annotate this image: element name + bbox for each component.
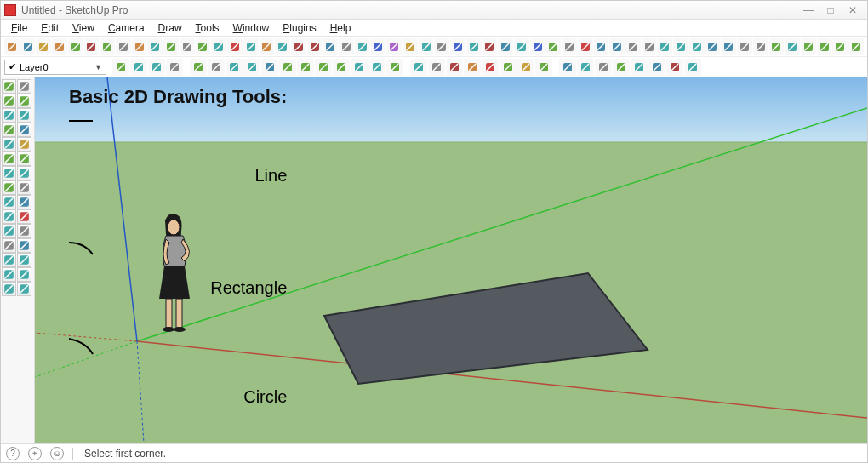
scale-icon[interactable] [180, 38, 195, 55]
feet-tool-icon[interactable] [17, 282, 31, 296]
shadows-icon[interactable] [483, 38, 498, 55]
green1-icon[interactable] [801, 38, 816, 55]
minimize-button[interactable]: — [797, 4, 819, 16]
zoom-window-icon[interactable] [371, 38, 386, 55]
diamond-icon[interactable] [666, 59, 683, 76]
plant1-icon[interactable] [817, 38, 832, 55]
text-tool-icon[interactable] [2, 209, 16, 224]
shade3-icon[interactable] [315, 59, 332, 76]
bucket-tool-icon[interactable] [2, 94, 16, 108]
cube-icon[interactable] [684, 59, 701, 76]
materials-icon[interactable] [464, 59, 481, 76]
circle-tool-icon[interactable] [2, 123, 16, 137]
dimension-icon[interactable] [260, 38, 275, 55]
top-icon[interactable] [609, 38, 625, 55]
next-tool-icon[interactable] [2, 282, 16, 296]
orbit-icon[interactable] [339, 38, 354, 55]
shade2-icon[interactable] [297, 59, 314, 76]
3d-text-icon[interactable] [291, 38, 306, 55]
menu-view[interactable]: View [66, 20, 101, 36]
line-tool-icon[interactable] [17, 108, 31, 123]
select-tool-icon[interactable] [2, 79, 16, 94]
look-around-icon[interactable] [450, 38, 465, 55]
spray-icon[interactable] [208, 59, 225, 76]
arc-icon[interactable] [20, 38, 36, 55]
book-icon[interactable] [631, 59, 648, 76]
redo-icon[interactable] [243, 59, 260, 76]
minus-icon[interactable] [428, 59, 445, 76]
walk-icon[interactable] [466, 38, 482, 55]
shade1-icon[interactable] [279, 59, 296, 76]
push-tool-icon[interactable] [17, 166, 31, 180]
help-icon[interactable]: ? [6, 447, 20, 460]
rotate-tool-icon[interactable] [2, 180, 16, 195]
line-tool-icon[interactable] [4, 38, 20, 55]
position-camera-icon[interactable] [434, 38, 449, 55]
right-icon[interactable] [642, 38, 657, 55]
viewport[interactable]: Basic 2D Drawing Tools: Line Rectangle C… [35, 77, 867, 443]
move-tool-icon[interactable] [2, 166, 16, 180]
delete-icon[interactable] [613, 59, 630, 76]
offset-icon[interactable] [196, 38, 211, 55]
move-icon[interactable] [147, 38, 163, 55]
zoom-extents-icon[interactable] [386, 38, 402, 55]
plant2-icon[interactable] [832, 38, 848, 55]
layer-selector[interactable]: ✔ Layer0 ▼ [4, 60, 106, 75]
components-icon[interactable] [482, 59, 499, 76]
plane-tool-icon[interactable] [17, 224, 31, 238]
geolocation-icon[interactable]: ⌖ [28, 447, 42, 460]
bucket-icon[interactable] [190, 59, 207, 76]
freehand-icon[interactable] [36, 38, 51, 55]
eraser-icon[interactable] [100, 38, 115, 55]
left-icon[interactable] [673, 38, 688, 55]
hand-icon[interactable] [130, 59, 147, 76]
arc-tool-icon[interactable] [17, 123, 31, 137]
outliner-icon[interactable] [517, 59, 534, 76]
dim-tool-icon[interactable] [17, 195, 31, 209]
maximize-button[interactable]: □ [819, 4, 842, 16]
poly-tool-icon[interactable] [2, 137, 16, 151]
orbit-tool-icon[interactable] [2, 238, 16, 253]
shaded-icon[interactable] [545, 38, 561, 55]
sun-icon[interactable] [261, 59, 278, 76]
shaded-textures-icon[interactable] [562, 38, 577, 55]
back-icon[interactable] [657, 38, 672, 55]
menu-draw[interactable]: Draw [151, 20, 189, 36]
offset-tool-icon[interactable] [2, 151, 16, 166]
info-icon[interactable] [148, 59, 165, 76]
pan-tool-icon[interactable] [17, 238, 31, 253]
fog-icon[interactable] [498, 38, 513, 55]
scenes-icon[interactable] [535, 59, 552, 76]
tape-tool-icon[interactable] [2, 195, 16, 209]
zoom-tool-icon[interactable] [2, 253, 16, 267]
axes-tool-icon[interactable] [2, 224, 16, 238]
pan-icon[interactable] [323, 38, 338, 55]
walk-tool-icon[interactable] [17, 253, 31, 267]
globe-icon[interactable] [166, 59, 183, 76]
text-icon[interactable] [275, 38, 290, 55]
protractor-icon[interactable] [227, 38, 243, 55]
push-pull-icon[interactable] [132, 38, 147, 55]
monochrome-icon[interactable] [578, 38, 593, 55]
rotate-icon[interactable] [163, 38, 179, 55]
tape-icon[interactable] [211, 38, 226, 55]
section-icon[interactable] [307, 38, 323, 55]
rub-icon[interactable] [721, 38, 736, 55]
styles-icon[interactable] [500, 59, 517, 76]
circle-icon[interactable] [68, 38, 83, 55]
xray-icon[interactable] [514, 38, 529, 55]
menu-window[interactable]: Window [226, 20, 277, 36]
menu-plugins[interactable]: Plugins [276, 20, 323, 36]
paint-icon[interactable] [116, 38, 131, 55]
shade4-icon[interactable] [333, 59, 350, 76]
rect-tool-icon[interactable] [2, 108, 16, 123]
previous-icon[interactable] [403, 38, 418, 55]
undo-icon[interactable] [226, 59, 243, 76]
hidden-line-icon[interactable] [530, 38, 545, 55]
plus-icon[interactable] [410, 59, 427, 76]
menu-help[interactable]: Help [323, 20, 358, 36]
record-icon[interactable] [769, 38, 785, 55]
menu-file[interactable]: File [4, 20, 34, 36]
copy-icon[interactable] [577, 59, 594, 76]
protractor-tool-icon[interactable] [17, 209, 31, 224]
